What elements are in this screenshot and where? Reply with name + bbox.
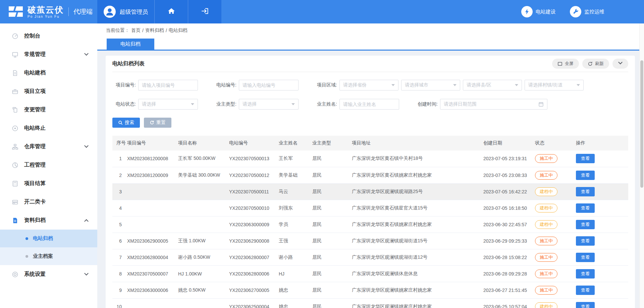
filter-row-2: 电站状态: 请选择 业主类型: 请选择 业主姓名: 创建时间: 请选择日期范围 bbox=[112, 99, 628, 110]
reset-label: 重置 bbox=[156, 120, 166, 126]
view-button[interactable]: 查看 bbox=[576, 187, 595, 196]
panel-toolbar: 全屏 刷新 bbox=[552, 59, 628, 69]
county-placeholder: 请选择县/区 bbox=[467, 82, 491, 88]
province-placeholder: 请选择省份 bbox=[343, 82, 367, 88]
reset-button[interactable]: 重置 bbox=[144, 118, 171, 128]
view-button[interactable]: 查看 bbox=[576, 236, 595, 246]
station-status-select[interactable]: 请选择 bbox=[138, 99, 198, 110]
table-row: 3 YX2023070500011 马云 居民 广东深圳龙华区观澜镇观湖路25号… bbox=[112, 183, 628, 200]
status-badge: 施工中 bbox=[535, 286, 557, 295]
scrollbar-thumb[interactable] bbox=[640, 60, 643, 188]
village-select[interactable]: 请选择村镇/街道 bbox=[525, 80, 584, 90]
current-user[interactable]: 超级管理员 bbox=[97, 0, 154, 23]
sidebar-item-system-settings[interactable]: 系统设置 bbox=[0, 265, 97, 284]
col-address: 项目地址 bbox=[352, 136, 483, 150]
cell-created: 2023-07-05 23:19:31 bbox=[483, 150, 535, 167]
city-select[interactable]: 请选择城市 bbox=[401, 80, 460, 90]
station-archive-table: 序号 项目编号 项目名称 电站编号 业主姓名 业主类型 项目地址 创建日期 状态… bbox=[112, 136, 628, 308]
cell-created: 2023-06-28 09:29:28 bbox=[483, 265, 535, 282]
cell-project-name: 王长军 500.00KW bbox=[178, 150, 229, 167]
sidebar-item-label: 开二类卡 bbox=[24, 198, 46, 205]
cell-project-name: 谢小路 0.50KW bbox=[178, 249, 229, 265]
sidebar-item-label: 仓库管理 bbox=[24, 143, 46, 150]
col-created: 创建日期 bbox=[483, 136, 535, 150]
station-no-label: 电站编号: bbox=[213, 82, 236, 88]
cell-owner-name: 学员 bbox=[279, 216, 312, 233]
search-button[interactable]: 搜索 bbox=[112, 118, 140, 128]
sidebar-item-station-termination[interactable]: 电站终止 bbox=[0, 119, 97, 137]
caret-down-icon bbox=[391, 84, 395, 86]
sidebar-item-project-settlement[interactable]: 项目结算 bbox=[0, 174, 97, 193]
owner-name-input[interactable] bbox=[343, 102, 395, 107]
tab-station-archive[interactable]: 电站归档 bbox=[107, 39, 154, 50]
view-button[interactable]: 查看 bbox=[576, 269, 595, 279]
province-select[interactable]: 请选择省份 bbox=[339, 80, 398, 90]
view-button[interactable]: 查看 bbox=[576, 220, 595, 229]
table-row: 7 XM2023062800004 谢小路 0.50KW YX202306280… bbox=[112, 249, 628, 265]
sidebar-item-data-archive[interactable]: 资料归档 bbox=[0, 211, 97, 230]
owner-type-select[interactable]: 请选择 bbox=[239, 99, 299, 110]
cell-station-no: YX2023062700005 bbox=[229, 282, 279, 298]
cell-project-name bbox=[178, 183, 229, 200]
breadcrumb: 当前位置： 首页 / 资料归档 / 电站归档 bbox=[97, 23, 639, 37]
view-button[interactable]: 查看 bbox=[576, 154, 595, 163]
logout-button[interactable] bbox=[188, 0, 221, 23]
filter-owner-name: 业主姓名: bbox=[314, 99, 399, 110]
sidebar-item-console[interactable]: 控制台 bbox=[0, 27, 97, 45]
gauge-icon bbox=[11, 33, 19, 40]
home-icon bbox=[167, 7, 175, 16]
view-button[interactable]: 查看 bbox=[576, 286, 595, 295]
cell-address: 广东深圳龙华区观澜镇观湖街道12号 bbox=[352, 249, 483, 265]
target-icon bbox=[11, 271, 19, 278]
table-row: 9 XM2023063000006 姚忠 0.50KW YX2023062700… bbox=[112, 282, 628, 298]
cell-owner-name: 王强 bbox=[279, 233, 312, 249]
breadcrumb-item-archive[interactable]: 资料归档 bbox=[145, 27, 164, 34]
cell-project-no: XM2023081200008 bbox=[127, 150, 178, 167]
sidebar-item-general-mgmt[interactable]: 常规管理 bbox=[0, 45, 97, 64]
view-button[interactable]: 查看 bbox=[576, 302, 595, 308]
station-build-link[interactable]: 电站建设 bbox=[521, 6, 556, 17]
refresh-button[interactable]: 刷新 bbox=[582, 59, 609, 69]
filter-actions: 搜索 重置 bbox=[112, 118, 628, 128]
filter-station-status: 电站状态: 请选择 bbox=[112, 99, 198, 110]
cell-address: 广东深圳龙华区黄石镇姚家庄村姚忠家 bbox=[352, 216, 483, 233]
filter-created-time: 创建时间: 请选择日期范围 bbox=[414, 99, 547, 110]
date-range-input[interactable]: 请选择日期范围 bbox=[440, 99, 547, 110]
project-no-input[interactable] bbox=[142, 82, 194, 88]
page-scrollbar[interactable] bbox=[639, 23, 644, 308]
owner-type-placeholder: 请选择 bbox=[243, 101, 257, 107]
sidebar-item-engineering-mgmt[interactable]: 工程管理 bbox=[0, 156, 97, 174]
region-label: 项目区域: bbox=[314, 82, 337, 88]
sidebar-item-project-initiation[interactable]: 项目立项 bbox=[0, 82, 97, 101]
chevron-down-icon bbox=[84, 143, 89, 148]
sidebar-item-station-filing[interactable]: 电站建档 bbox=[0, 64, 97, 82]
home-button[interactable] bbox=[154, 0, 188, 23]
sidebar-item-change-mgmt[interactable]: 变更管理 bbox=[0, 101, 97, 119]
chevron-down-icon bbox=[84, 51, 89, 56]
breadcrumb-item-home[interactable]: 首页 bbox=[131, 27, 141, 34]
collapse-button[interactable] bbox=[612, 59, 628, 69]
station-no-input[interactable] bbox=[243, 82, 295, 88]
sidebar-item-type2-card[interactable]: 开二类卡 bbox=[0, 193, 97, 211]
cell-owner-name: 谢小路 bbox=[279, 249, 312, 265]
county-select[interactable]: 请选择县/区 bbox=[463, 80, 522, 90]
cell-station-no: YX2023062900008 bbox=[229, 233, 279, 249]
view-button[interactable]: 查看 bbox=[576, 171, 595, 180]
cell-project-name: HJ 1.00KW bbox=[178, 265, 229, 282]
view-button[interactable]: 查看 bbox=[576, 253, 595, 262]
fullscreen-button[interactable]: 全屏 bbox=[552, 59, 579, 69]
table-row: 2 XM2023081200009 美学基础 300.00KW YX202307… bbox=[112, 167, 628, 183]
bullet-icon bbox=[25, 255, 28, 258]
filter-station-no: 电站编号: bbox=[213, 80, 299, 90]
cell-address: 广东深圳龙华区观澜镇观湖路25号 bbox=[352, 183, 483, 200]
sidebar-subitem-label: 业主档案 bbox=[33, 253, 53, 259]
sidebar-subitem-owner-archive[interactable]: 业主档案 bbox=[0, 247, 97, 265]
user-segment: 超级管理员 bbox=[97, 0, 221, 23]
monitor-ops-link[interactable]: 监控运维 bbox=[570, 6, 604, 17]
cell-owner-name: 王长军 bbox=[279, 150, 312, 167]
sidebar-item-warehouse-mgmt[interactable]: 仓库管理 bbox=[0, 137, 97, 156]
bullet-icon bbox=[25, 237, 28, 240]
sidebar-subitem-label: 电站归档 bbox=[33, 235, 53, 242]
view-button[interactable]: 查看 bbox=[576, 203, 595, 213]
sidebar-subitem-station-archive[interactable]: 电站归档 bbox=[0, 230, 97, 247]
